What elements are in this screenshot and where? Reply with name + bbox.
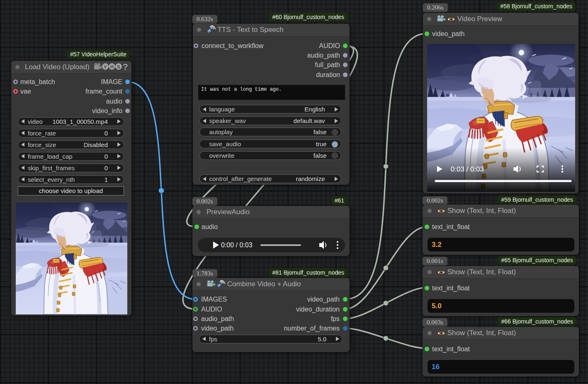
svg-text:0:00 / 0:03: 0:00 / 0:03: [221, 242, 253, 249]
svg-text:H: H: [110, 64, 114, 69]
svg-text:S: S: [117, 64, 120, 69]
svg-text:0:03 / 0:03: 0:03 / 0:03: [451, 165, 484, 173]
svg-text:V: V: [104, 64, 107, 69]
